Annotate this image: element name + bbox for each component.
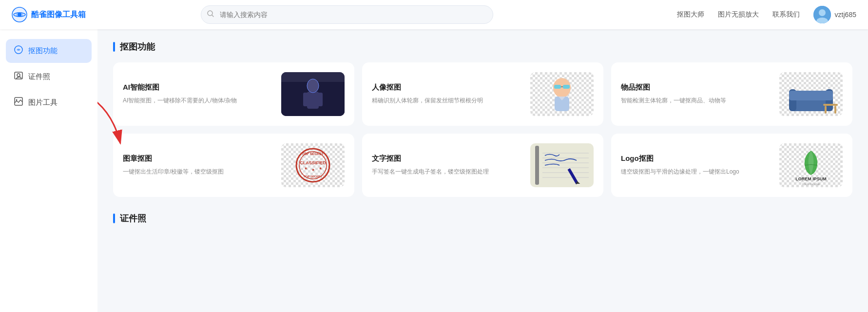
- card-text-ai: AI智能抠图 AI智能抠图，一键移除不需要的人/物体/杂物: [123, 83, 275, 105]
- svg-line-5: [212, 15, 213, 17]
- card-title-portrait: 人像抠图: [372, 83, 524, 92]
- card-title-logo: Logo抠图: [621, 154, 773, 163]
- card-text-object: 物品抠图 智能检测主体轮廓，一键抠商品、动物等: [621, 83, 773, 105]
- card-image-ai: [281, 72, 345, 116]
- card-desc-logo: 缝空级抠图与平滑的边缘处理，一键抠出Logo: [621, 167, 773, 176]
- section-title-cert: 证件照: [113, 213, 852, 224]
- logo-text: 酷雀图像工具箱: [31, 10, 86, 20]
- card-portrait-cutout[interactable]: 人像抠图 精确识别人体轮廓，保留发丝细节根根分明: [362, 62, 603, 126]
- nav-item-contact[interactable]: 联系我们: [772, 10, 800, 19]
- username: vztj685: [835, 11, 856, 19]
- svg-text:TOP SECRET: TOP SECRET: [302, 152, 324, 156]
- card-stamp-cutout[interactable]: 图章抠图 一键抠出生活印章/校徽等，镂空级抠图: [113, 134, 354, 197]
- sidebar-item-image-tools[interactable]: 图片工具: [6, 91, 92, 115]
- portrait-svg: [530, 72, 594, 116]
- svg-text:TOP SECRET: TOP SECRET: [304, 175, 322, 178]
- layout: 抠图功能 证件照 图片工具: [0, 29, 868, 312]
- stamp-svg: TOP SECRET CLASSIFIED ★ ★ ★ TOP SECRET: [281, 143, 345, 187]
- sidebar-label-cutout: 抠图功能: [28, 46, 58, 56]
- svg-text:LOREM IPSUM: LOREM IPSUM: [795, 176, 827, 181]
- svg-rect-29: [561, 86, 563, 87]
- card-desc-ai: AI智能抠图，一键移除不需要的人/物体/杂物: [123, 96, 275, 105]
- card-desc-portrait: 精确识别人体轮廓，保留发丝细节根根分明: [372, 96, 524, 105]
- svg-rect-40: [823, 104, 838, 106]
- sidebar-label-image-tools: 图片工具: [28, 98, 58, 107]
- search-input[interactable]: [201, 5, 493, 24]
- card-logo-cutout[interactable]: Logo抠图 缝空级抠图与平滑的边缘处理，一键抠出Logo: [611, 134, 852, 197]
- image-tools-icon: [14, 97, 23, 109]
- svg-point-13: [16, 99, 18, 101]
- logo[interactable]: 酷雀图像工具箱: [12, 7, 109, 22]
- card-title-ai: AI智能抠图: [123, 83, 275, 92]
- card-ai-cutout[interactable]: AI智能抠图 AI智能抠图，一键移除不需要的人/物体/杂物: [113, 62, 354, 126]
- svg-rect-39: [789, 91, 833, 100]
- svg-text:★: ★: [311, 168, 315, 172]
- card-desc-object: 智能检测主体轮廓，一键抠商品、动物等: [621, 96, 773, 105]
- nav-item-upscale[interactable]: 图片无损放大: [718, 10, 759, 19]
- svg-text:CLASSIFIED: CLASSIFIED: [300, 160, 326, 165]
- main-content: 抠图功能 AI智能抠图 AI智能抠图，一键移除不需要的人/物体/杂物: [97, 29, 868, 312]
- card-image-object: [779, 72, 843, 116]
- svg-point-2: [18, 13, 21, 17]
- card-text-portrait: 人像抠图 精确识别人体轮廓，保留发丝细节根根分明: [372, 83, 524, 105]
- card-text-stamp: 图章抠图 一键抠出生活印章/校徽等，镂空级抠图: [123, 154, 275, 176]
- svg-rect-27: [554, 85, 561, 89]
- search-icon: [207, 10, 214, 20]
- search-area: [201, 5, 493, 24]
- card-image-logo: LOREM IPSUM YOUR TAGLINE: [779, 143, 843, 187]
- section-cert-text: 证件照: [120, 213, 146, 224]
- header-nav: 抠图大师 图片无损放大 联系我们 vztj685: [677, 6, 856, 23]
- svg-rect-41: [825, 106, 827, 114]
- sidebar-label-id-photo: 证件照: [28, 72, 50, 81]
- svg-rect-28: [563, 85, 570, 89]
- card-text-logo: Logo抠图 缝空级抠图与平滑的边缘处理，一键抠出Logo: [621, 154, 773, 176]
- card-title-stamp: 图章抠图: [123, 154, 275, 163]
- section-title-text: 抠图功能: [120, 41, 155, 53]
- card-image-text: [530, 143, 594, 187]
- sidebar-item-id-photo[interactable]: 证件照: [6, 65, 92, 89]
- card-object-cutout[interactable]: 物品抠图 智能检测主体轮廓，一键抠商品、动物等: [611, 62, 852, 126]
- svg-rect-18: [303, 93, 310, 106]
- svg-rect-19: [316, 93, 323, 106]
- text-svg: [530, 143, 594, 187]
- svg-point-11: [17, 74, 20, 77]
- header: 酷雀图像工具箱 抠图大师 图片无损放大 联系我们 vz: [0, 0, 868, 29]
- svg-text:★: ★: [319, 166, 322, 171]
- card-image-portrait: [530, 72, 594, 116]
- card-text-text: 文字抠图 手写签名一键生成电子签名，镂空级抠图处理: [372, 154, 524, 176]
- svg-rect-48: [281, 143, 345, 187]
- card-title-object: 物品抠图: [621, 83, 773, 92]
- section-title-cutout: 抠图功能: [113, 41, 852, 53]
- section-bar-2: [113, 214, 115, 223]
- card-title-text: 文字抠图: [372, 154, 524, 163]
- svg-point-7: [819, 9, 826, 16]
- logo-svg: LOREM IPSUM YOUR TAGLINE: [779, 143, 843, 187]
- object-svg: [779, 72, 843, 116]
- nav-item-cutout-master[interactable]: 抠图大师: [677, 10, 704, 19]
- logo-icon: [12, 7, 27, 22]
- card-text-cutout[interactable]: 文字抠图 手写签名一键生成电子签名，镂空级抠图处理: [362, 134, 603, 197]
- avatar: [813, 6, 831, 23]
- svg-rect-58: [535, 146, 539, 185]
- svg-rect-42: [834, 106, 836, 114]
- ai-image-svg: [281, 72, 345, 116]
- sidebar-item-cutout[interactable]: 抠图功能: [6, 39, 92, 63]
- id-photo-icon: [14, 71, 23, 83]
- cards-grid: AI智能抠图 AI智能抠图，一键移除不需要的人/物体/杂物: [113, 62, 852, 197]
- svg-rect-57: [530, 143, 594, 187]
- svg-text:YOUR TAGLINE: YOUR TAGLINE: [802, 183, 820, 186]
- sidebar: 抠图功能 证件照 图片工具: [0, 29, 97, 312]
- card-desc-stamp: 一键抠出生活印章/校徽等，镂空级抠图: [123, 167, 275, 176]
- section-bar: [113, 42, 115, 52]
- card-image-stamp: TOP SECRET CLASSIFIED ★ ★ ★ TOP SECRET: [281, 143, 345, 187]
- svg-text:★: ★: [304, 166, 308, 171]
- user-info[interactable]: vztj685: [813, 6, 856, 23]
- cutout-icon: [14, 45, 23, 57]
- card-desc-text: 手写签名一键生成电子签名，镂空级抠图处理: [372, 167, 524, 176]
